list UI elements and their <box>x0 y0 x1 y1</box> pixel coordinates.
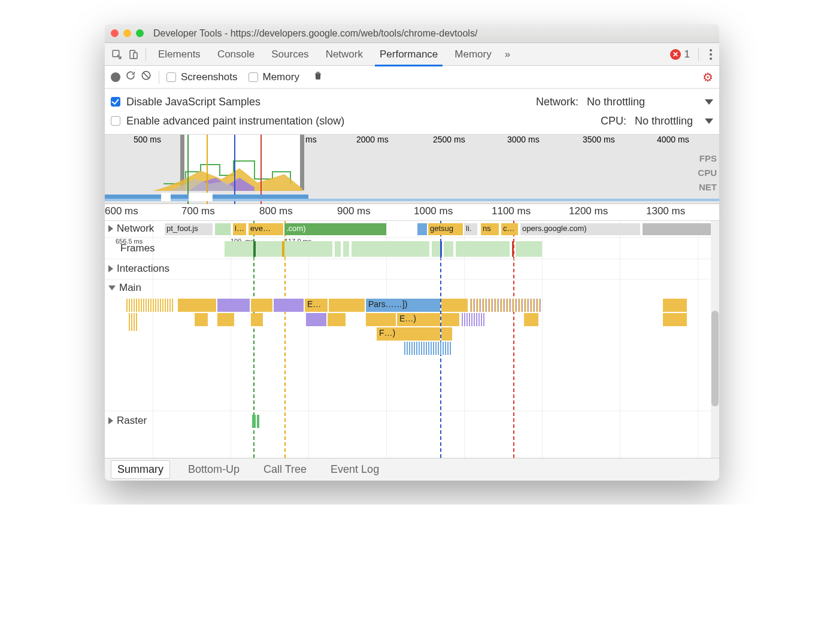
flame-bar[interactable] <box>217 299 250 312</box>
flame-slice[interactable] <box>462 313 486 326</box>
tab-network[interactable]: Network <box>317 43 371 66</box>
tracks-panel[interactable]: Network pt_foot.js l… eve… .com) getsug … <box>105 221 719 458</box>
details-tabs: Summary Bottom-Up Call Tree Event Log <box>105 458 719 481</box>
flame-bar[interactable] <box>178 299 216 312</box>
tabs-overflow[interactable]: » <box>500 43 515 66</box>
flame-bar[interactable] <box>274 299 304 312</box>
timeline-overview[interactable]: 500 ms 1000 ms 1500 ms 2000 ms 2500 ms 3… <box>105 135 719 204</box>
flame-bar[interactable] <box>366 313 396 326</box>
minimize-icon[interactable] <box>123 29 131 37</box>
frame-segment[interactable] <box>343 241 349 257</box>
interactions-track[interactable]: Interactions <box>105 259 719 280</box>
advanced-paint-checkbox[interactable] <box>111 116 120 126</box>
net-bar[interactable] <box>215 223 231 235</box>
raster-slice[interactable] <box>257 415 259 428</box>
divider <box>146 48 146 61</box>
frame-segment[interactable] <box>444 241 453 257</box>
chevron-down-icon <box>705 99 713 105</box>
disable-js-samples-checkbox[interactable] <box>111 97 120 107</box>
flame-bar[interactable] <box>441 313 459 326</box>
flame-slice[interactable] <box>126 299 174 312</box>
net-bar[interactable]: opers.google.com) <box>520 223 640 235</box>
flame-bar[interactable] <box>663 313 687 326</box>
expand-icon[interactable] <box>108 265 113 272</box>
collapse-icon[interactable] <box>108 285 116 290</box>
flame-bar[interactable] <box>663 299 687 312</box>
memory-checkbox[interactable] <box>249 72 258 82</box>
toggle-device-icon[interactable] <box>125 46 142 63</box>
flame-bar[interactable] <box>195 313 208 326</box>
flame-slice[interactable] <box>470 299 542 312</box>
flame-bar[interactable] <box>524 313 538 326</box>
tab-event-log[interactable]: Event Log <box>325 461 385 478</box>
flame-bar[interactable] <box>441 299 468 312</box>
vertical-scrollbar[interactable] <box>711 221 719 458</box>
flame-slice[interactable] <box>441 327 452 341</box>
tab-sources[interactable]: Sources <box>263 43 317 66</box>
main-track[interactable]: Main E… Pars……]) E…) <box>105 280 719 411</box>
frame-segment[interactable] <box>456 241 510 257</box>
zoom-icon[interactable] <box>136 29 144 37</box>
frames-track[interactable]: 656.5 ms 109. ms 117.0 ms Frames <box>105 238 719 259</box>
raster-slice[interactable] <box>252 415 256 428</box>
network-throttle-value: No throttling <box>587 96 645 108</box>
flame-bar[interactable] <box>329 299 365 312</box>
frame-divider <box>512 241 514 257</box>
scroll-thumb[interactable] <box>711 311 719 406</box>
ruler-tick: 700 ms <box>181 205 215 217</box>
flame-bar[interactable]: E… <box>305 299 328 312</box>
frames-label: Frames <box>120 242 155 254</box>
net-bar[interactable]: l… <box>233 223 246 235</box>
net-bar[interactable]: getsug <box>428 223 463 235</box>
frame-segment[interactable] <box>225 241 253 257</box>
flame-bar[interactable] <box>217 313 234 326</box>
close-icon[interactable] <box>111 29 119 37</box>
tab-bottom-up[interactable]: Bottom-Up <box>182 461 246 478</box>
frame-segment[interactable] <box>256 241 282 257</box>
frame-segment[interactable] <box>284 241 332 257</box>
flame-bar[interactable] <box>251 313 263 326</box>
net-bar[interactable] <box>643 223 712 235</box>
net-bar[interactable]: ns <box>481 223 499 235</box>
network-track[interactable]: Network pt_foot.js l… eve… .com) getsug … <box>105 221 719 238</box>
net-bar[interactable]: c… <box>501 223 518 235</box>
net-bar[interactable]: li. <box>464 223 477 235</box>
flame-slice[interactable] <box>129 313 138 331</box>
tab-summary[interactable]: Summary <box>111 460 170 479</box>
cpu-throttle-label: CPU: <box>601 115 626 127</box>
screenshots-checkbox[interactable] <box>166 72 176 82</box>
tab-elements[interactable]: Elements <box>150 43 209 66</box>
garbage-collect-icon[interactable] <box>313 70 323 84</box>
clear-button[interactable] <box>141 70 152 84</box>
inspect-element-icon[interactable] <box>108 46 125 63</box>
tab-console[interactable]: Console <box>209 43 263 66</box>
cpu-throttle-select[interactable]: No throttling <box>635 115 713 127</box>
flame-bar[interactable]: F…) <box>377 327 440 341</box>
record-button[interactable] <box>111 72 120 82</box>
reload-record-button[interactable] <box>125 70 136 84</box>
detail-ruler[interactable]: 600 ms 700 ms 800 ms 900 ms 1000 ms 1100… <box>105 204 719 221</box>
flame-slice[interactable] <box>404 342 452 355</box>
capture-settings-icon[interactable]: ⚙ <box>702 70 713 84</box>
divider <box>698 48 699 61</box>
tab-performance[interactable]: Performance <box>371 43 446 66</box>
flame-bar[interactable] <box>251 299 272 312</box>
frame-segment[interactable] <box>516 241 542 257</box>
frame-segment[interactable] <box>352 241 429 257</box>
network-throttle-select[interactable]: No throttling <box>587 96 713 108</box>
flame-bar[interactable]: Pars……]) <box>366 299 440 312</box>
tab-call-tree[interactable]: Call Tree <box>258 461 313 478</box>
raster-track[interactable]: Raster <box>105 411 719 432</box>
more-menu-icon[interactable] <box>710 53 712 56</box>
flame-bar[interactable] <box>306 313 326 326</box>
net-bar[interactable] <box>417 223 427 235</box>
flame-bar[interactable] <box>328 313 346 326</box>
tab-memory[interactable]: Memory <box>446 43 499 66</box>
frame-segment[interactable] <box>335 241 341 257</box>
error-badge[interactable]: ✕ 1 <box>670 48 690 60</box>
net-bar[interactable]: pt_foot.js <box>165 223 213 235</box>
net-bar[interactable]: eve… <box>249 223 283 235</box>
expand-icon[interactable] <box>108 417 113 424</box>
flame-bar[interactable]: E…) <box>397 313 440 326</box>
net-bar[interactable]: .com) <box>284 223 386 235</box>
